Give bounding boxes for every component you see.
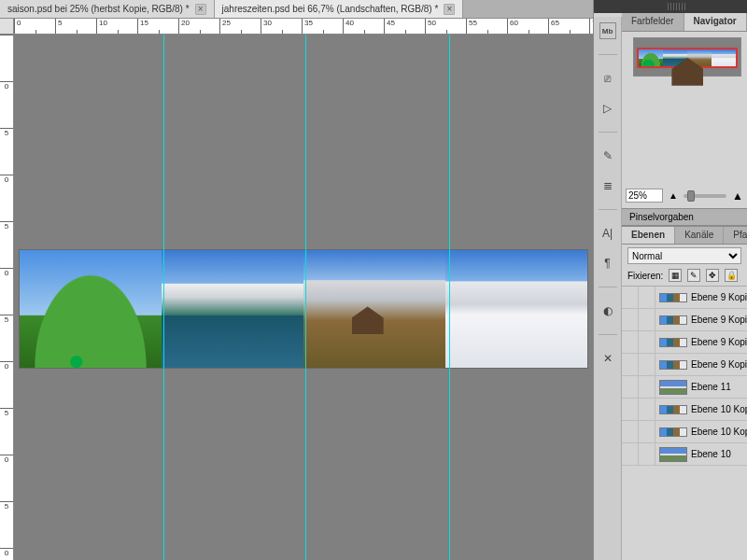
tab-layers[interactable]: Ebenen — [622, 227, 675, 244]
image-winter — [445, 250, 587, 368]
brush-presets-header[interactable]: Pinselvorgaben — [622, 208, 747, 226]
lock-label: Fixieren: — [627, 271, 663, 281]
layers-stack-icon[interactable]: ≣ — [599, 177, 616, 194]
document-tab[interactable]: jahreszeiten.psd bei 66,7% (Landschaften… — [215, 0, 464, 18]
blend-mode-select[interactable]: Normal — [627, 247, 741, 264]
layer-name[interactable]: Ebene 11 — [691, 382, 747, 392]
navigator-thumbnail[interactable] — [633, 37, 741, 77]
layer-thumbnail[interactable] — [659, 405, 687, 414]
image-summer — [162, 250, 303, 368]
tools-icon[interactable]: ✕ — [599, 350, 616, 367]
layer-thumbnail[interactable] — [659, 380, 687, 395]
panel-dock: Mb ⎚ ▷ ✎ ≣ A| ¶ ◐ ✕ Farbfelder Navigator — [593, 0, 747, 560]
layer-link-box[interactable] — [639, 331, 655, 353]
color-icon[interactable]: ◐ — [599, 302, 616, 319]
layer-name[interactable]: Ebene 10 — [691, 449, 747, 459]
layer-thumbnail[interactable] — [659, 427, 687, 437]
layer-row[interactable]: Ebene 9 Kopie — [622, 309, 747, 331]
layer-visibility-toggle[interactable] — [622, 399, 639, 420]
ruler-vertical[interactable]: 05050505050 — [0, 35, 14, 560]
lock-all-icon[interactable]: 🔒 — [725, 269, 738, 282]
layer-thumbnail[interactable] — [659, 293, 687, 302]
layer-link-box[interactable] — [639, 443, 655, 465]
layer-name[interactable]: Ebene 9 Kopie — [691, 359, 747, 370]
lock-row: Fixieren: ▦ ✎ ✥ 🔒 — [622, 267, 747, 287]
layers-panel-tabs: Ebenen Kanäle Pfade — [622, 226, 747, 245]
layer-link-box[interactable] — [639, 287, 655, 308]
paragraph-icon[interactable]: ¶ — [599, 255, 616, 272]
layer-link-box[interactable] — [639, 421, 655, 442]
layer-link-box[interactable] — [639, 376, 655, 398]
close-icon[interactable]: × — [444, 4, 455, 15]
tab-channels[interactable]: Kanäle — [675, 227, 724, 244]
ruler-horizontal[interactable]: 05101520253035404550556065707580 — [14, 19, 593, 35]
image-autumn — [303, 250, 445, 368]
layer-link-box[interactable] — [639, 354, 655, 375]
layer-row[interactable]: Ebene 9 Kopie — [622, 331, 747, 354]
blend-mode-row: Normal — [622, 245, 747, 267]
character-icon[interactable]: A| — [599, 225, 616, 242]
layer-link-box[interactable] — [639, 399, 655, 420]
lock-transparent-icon[interactable]: ▦ — [669, 269, 682, 282]
layer-visibility-toggle[interactable] — [622, 443, 639, 465]
adjustments-icon[interactable]: ⎚ — [599, 70, 616, 87]
layer-name[interactable]: Ebene 9 Kopie — [691, 292, 747, 302]
guide-vertical[interactable] — [163, 35, 164, 560]
layer-visibility-toggle[interactable] — [622, 331, 639, 353]
brush-icon[interactable]: ✎ — [599, 147, 616, 164]
layer-name[interactable]: Ebene 9 Kopie — [691, 337, 747, 347]
layer-row[interactable]: Ebene 9 Kopie — [622, 287, 747, 309]
layer-row[interactable]: Ebene 11 — [622, 376, 747, 399]
layer-thumbnail[interactable] — [659, 338, 687, 347]
navigator-zoom-row: ▲ ▲ — [622, 183, 747, 208]
tab-navigator[interactable]: Navigator — [684, 13, 747, 31]
canvas-area[interactable] — [14, 35, 593, 560]
layer-thumbnail[interactable] — [659, 447, 687, 462]
artboard[interactable] — [20, 250, 587, 368]
guide-vertical[interactable] — [305, 35, 306, 560]
layer-name[interactable]: Ebene 10 Kopie — [691, 427, 747, 437]
document-tab[interactable]: saison.psd bei 25% (herbst Kopie, RGB/8)… — [0, 0, 215, 18]
panel-icon-strip: Mb ⎚ ▷ ✎ ≣ A| ¶ ◐ ✕ — [594, 17, 622, 560]
layer-row[interactable]: Ebene 9 Kopie — [622, 354, 747, 376]
guide-vertical[interactable] — [449, 35, 450, 560]
lock-paint-icon[interactable]: ✎ — [687, 269, 700, 282]
zoom-out-icon[interactable]: ▲ — [669, 190, 678, 201]
ruler-origin[interactable] — [0, 19, 14, 35]
layer-row[interactable]: Ebene 10 — [622, 443, 747, 466]
lock-move-icon[interactable]: ✥ — [706, 269, 719, 282]
layer-name[interactable]: Ebene 9 Kopie — [691, 315, 747, 325]
layer-visibility-toggle[interactable] — [622, 287, 639, 308]
tab-swatches[interactable]: Farbfelder — [622, 13, 684, 31]
document-tab-label: saison.psd bei 25% (herbst Kopie, RGB/8)… — [7, 4, 190, 14]
layer-visibility-toggle[interactable] — [622, 309, 639, 330]
layer-row[interactable]: Ebene 10 Kopie — [622, 421, 747, 443]
layer-link-box[interactable] — [639, 309, 655, 330]
navigator-body — [622, 32, 747, 80]
document-tab-label: jahreszeiten.psd bei 66,7% (Landschaften… — [222, 4, 439, 14]
swatches-icon[interactable]: Mb — [599, 22, 616, 39]
layer-name[interactable]: Ebene 10 Kopie — [691, 404, 747, 414]
zoom-input[interactable] — [626, 189, 663, 203]
dock-collapse-bar[interactable] — [594, 0, 747, 13]
layer-visibility-toggle[interactable] — [622, 376, 639, 398]
close-icon[interactable]: × — [195, 4, 206, 15]
zoom-slider[interactable] — [684, 194, 726, 198]
layer-list: Ebene 9 KopieEbene 9 KopieEbene 9 KopieE… — [622, 287, 747, 466]
layer-row[interactable]: Ebene 10 Kopie — [622, 399, 747, 421]
layer-thumbnail[interactable] — [659, 360, 687, 370]
tab-paths[interactable]: Pfade — [724, 227, 747, 244]
zoom-in-icon[interactable]: ▲ — [732, 189, 743, 203]
layer-thumbnail[interactable] — [659, 315, 687, 325]
layer-visibility-toggle[interactable] — [622, 354, 639, 375]
actions-icon[interactable]: ▷ — [599, 100, 616, 117]
image-spring — [20, 250, 162, 368]
navigator-panel-tabs: Farbfelder Navigator — [622, 13, 747, 32]
layer-visibility-toggle[interactable] — [622, 421, 639, 442]
